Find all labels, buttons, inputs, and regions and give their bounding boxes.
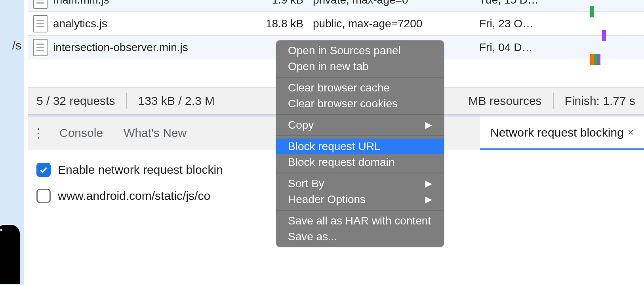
blocking-pattern-label: www.android.com/static/js/co [58,189,210,203]
tab-whats-new[interactable]: What's New [113,116,197,150]
ctx-open-new-tab[interactable]: Open in new tab [276,59,444,74]
cache-cell: public, max-age=7200 [309,17,475,30]
divider [553,93,554,109]
file-icon [33,0,48,9]
file-icon [33,15,48,32]
table-row[interactable]: analytics.js 18.8 kB public, max-age=720… [28,12,644,36]
ctx-copy[interactable]: Copy▶ [276,117,444,133]
chevron-right-icon: ▶ [425,120,432,130]
file-name: analytics.js [53,17,107,30]
ctx-clear-cache[interactable]: Clear browser cache [276,80,444,96]
separator [276,173,444,173]
ctx-sort-by[interactable]: Sort By▶ [276,176,444,192]
chevron-right-icon: ▶ [425,194,432,205]
file-name: intersection-observer.min.js [53,41,188,54]
date-cell: Fri, 23 O… [475,17,574,30]
status-resources: MB resources [469,94,542,108]
table-row[interactable]: main.min.js 1.9 kB private, max-age=0 Tu… [28,0,644,12]
left-background: /s [0,0,24,285]
date-cell: Fri, 04 D… [475,41,574,54]
tab-network-blocking[interactable]: Network request blocking × [480,116,644,150]
enable-blocking-label: Enable network request blockin [58,163,223,177]
ctx-clear-cookies[interactable]: Clear browser cookies [276,96,444,112]
more-icon[interactable]: ⋮ [28,125,49,141]
separator [276,77,444,78]
ctx-save-har[interactable]: Save all as HAR with content [276,213,444,229]
status-requests: 5 / 32 requests [36,94,115,108]
separator [276,210,444,211]
cache-cell: private, max-age=0 [309,0,475,6]
tab-label: Network request blocking [490,126,624,139]
status-finish: Finish: 1.77 s [565,94,635,108]
size-cell: 1.9 kB [234,0,309,6]
checkbox-checked-icon[interactable] [36,163,51,177]
checkbox-unchecked-icon[interactable] [36,189,51,203]
file-name: main.min.js [53,0,109,6]
separator [276,114,444,115]
chevron-right-icon: ▶ [425,179,432,189]
ctx-save-as[interactable]: Save as... [276,229,444,245]
ctx-open-sources[interactable]: Open in Sources panel [276,43,444,59]
cut-text: /s [12,39,21,52]
phone-preview-edge [0,225,20,284]
date-cell: Tue, 15 D… [475,0,574,6]
divider [126,93,127,109]
close-icon[interactable]: × [624,126,634,139]
separator [276,135,444,136]
status-transferred: 133 kB / 2.3 M [138,94,214,108]
ctx-block-url[interactable]: Block request URL [276,139,444,154]
size-cell: 18.8 kB [234,17,309,30]
devtools-panel: main.min.js 1.9 kB private, max-age=0 Tu… [28,0,644,285]
ctx-header-options[interactable]: Header Options▶ [276,192,444,207]
file-icon [33,39,48,56]
context-menu: Open in Sources panel Open in new tab Cl… [276,40,444,247]
tab-console[interactable]: Console [49,116,113,150]
ctx-block-domain[interactable]: Block request domain [276,154,444,170]
